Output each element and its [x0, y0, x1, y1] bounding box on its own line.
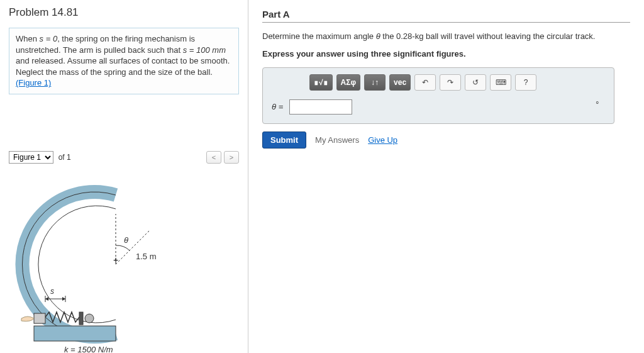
figure-header: Figure 1 of 1 < >	[9, 151, 239, 164]
stmt-s0: s = 0	[40, 34, 58, 43]
problem-number: Problem 14.81	[9, 6, 239, 19]
q-kg: kg	[415, 31, 424, 41]
templates-button[interactable]: ∎√∎	[309, 74, 333, 91]
equation-toolbar: ∎√∎ ΑΣφ ↓↑ vec ↶ ↷ ↺ ⌨ ?	[272, 74, 605, 91]
stmt-mid2: and released. Assume all surfaces of con…	[16, 56, 230, 77]
right-panel: Part A Determine the maximum angle θ the…	[248, 0, 644, 353]
answer-var-label: θ =	[272, 102, 283, 111]
left-panel: Problem 14.81 When s = 0, the spring on …	[0, 0, 248, 353]
part-a-title: Part A	[262, 9, 630, 23]
svg-text:+: +	[113, 255, 118, 265]
reset-button[interactable]: ↺	[465, 74, 486, 91]
svg-point-3	[85, 314, 94, 323]
s-label: s	[50, 287, 54, 296]
q-prefix: Determine the maximum angle	[262, 31, 376, 41]
redo-button[interactable]: ↷	[440, 74, 461, 91]
figure-prev-button[interactable]: <	[206, 151, 221, 164]
q-suffix: ball will travel without leaving the cir…	[423, 31, 595, 41]
subsup-button[interactable]: ↓↑	[364, 74, 386, 91]
vec-button[interactable]: vec	[389, 74, 411, 91]
svg-rect-1	[34, 313, 45, 323]
stmt-prefix: When	[16, 34, 40, 43]
my-answers-link[interactable]: My Answers	[315, 135, 359, 145]
submit-row: Submit My Answers Give Up	[262, 132, 630, 148]
figure-diagram: + θ 1.5 m s k = 1500 N/m	[9, 170, 235, 353]
undo-button[interactable]: ↶	[414, 74, 436, 91]
answer-box: ∎√∎ ΑΣφ ↓↑ vec ↶ ↷ ↺ ⌨ ? θ = ∘	[262, 67, 614, 124]
svg-marker-10	[45, 297, 48, 301]
figure-of-label: of 1	[58, 153, 71, 162]
q-theta: θ	[376, 31, 380, 41]
svg-marker-11	[62, 297, 65, 301]
give-up-link[interactable]: Give Up	[368, 135, 397, 145]
stmt-sval: s = 100 mm	[183, 45, 226, 55]
submit-button[interactable]: Submit	[262, 132, 306, 148]
problem-statement-box: When s = 0, the spring on the firing mec…	[9, 28, 239, 94]
greek-button[interactable]: ΑΣφ	[336, 74, 360, 91]
radius-label: 1.5 m	[136, 252, 157, 261]
answer-input[interactable]	[289, 99, 352, 115]
k-label: k = 1500 N/m	[64, 345, 113, 353]
question-text: Determine the maximum angle θ the 0.28-k…	[262, 30, 630, 43]
keyboard-button[interactable]: ⌨	[490, 74, 511, 91]
figure-link[interactable]: (Figure 1)	[16, 78, 51, 87]
figure-next-button[interactable]: >	[224, 151, 239, 164]
svg-rect-0	[34, 326, 116, 341]
help-button[interactable]: ?	[515, 74, 536, 91]
svg-rect-2	[79, 312, 83, 325]
q-mid: the 0.28-	[380, 31, 415, 41]
answer-unit: ∘	[595, 98, 600, 107]
answer-row: θ = ∘	[272, 99, 605, 115]
instruction-text: Express your answer using three signific…	[262, 49, 630, 59]
figure-selector[interactable]: Figure 1	[9, 151, 53, 164]
theta-label: θ	[124, 235, 128, 245]
